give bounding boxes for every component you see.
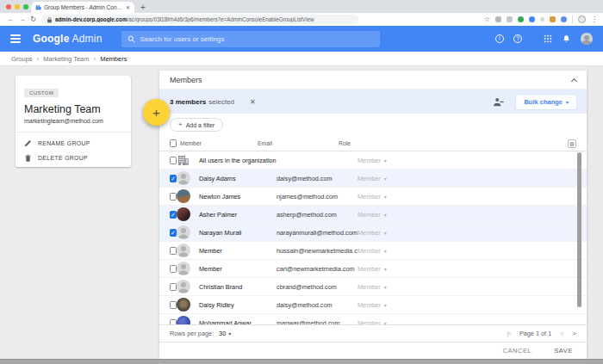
feedback-icon[interactable]: !: [495, 34, 504, 43]
bookmark-star-icon[interactable]: ☆: [484, 15, 490, 23]
reload-icon[interactable]: ↻: [28, 15, 39, 23]
table-row[interactable]: ✓ Daisy Adams daisy@method.com Member ▾: [159, 170, 587, 188]
rows-per-page-label: Rows per page:: [170, 330, 214, 337]
member-role-dropdown[interactable]: Member ▾: [357, 247, 587, 255]
member-role-dropdown[interactable]: Member ▾: [357, 265, 587, 273]
app-bar-icons: ! ?: [495, 33, 593, 45]
table-row[interactable]: Member carl@newmarketmedia.com Member ▾: [159, 260, 587, 278]
rename-group-button[interactable]: RENAME GROUP: [24, 139, 122, 147]
delete-group-button[interactable]: DELETE GROUP: [24, 154, 122, 162]
previous-page-icon[interactable]: <: [560, 330, 563, 337]
table-row[interactable]: ✓ Asher Palmer asherp@method.com Member …: [159, 206, 587, 224]
remove-member-icon[interactable]: [493, 97, 504, 107]
row-checkbox[interactable]: ✓: [170, 211, 177, 219]
main-menu-icon[interactable]: [10, 34, 21, 43]
apps-grid-icon[interactable]: [544, 34, 552, 43]
member-name: Daisy Ridley: [199, 301, 277, 309]
member-role: Member: [357, 265, 381, 273]
account-avatar[interactable]: [581, 33, 593, 45]
rows-per-page-select[interactable]: 30 ▾: [219, 330, 231, 337]
member-role-dropdown[interactable]: Member ▾: [357, 283, 587, 291]
first-page-icon[interactable]: |<: [507, 330, 511, 337]
member-avatar: [177, 262, 190, 275]
column-role: Role: [339, 140, 587, 146]
manage-columns-gear-icon[interactable]: ⚙: [568, 139, 576, 148]
tab-close-icon[interactable]: ✕: [126, 5, 130, 10]
extension-icon-4[interactable]: [529, 16, 535, 22]
table-row[interactable]: ✓ Narayan Murali narayanmurali@method.co…: [159, 224, 587, 242]
table-header: Member Email Role ⚙: [159, 136, 587, 151]
select-all-checkbox[interactable]: [170, 139, 177, 147]
table-row[interactable]: Christian Brand cbrand@method.com Member…: [159, 278, 587, 296]
close-window-button[interactable]: [6, 4, 11, 9]
row-checkbox[interactable]: [170, 193, 177, 201]
column-member: Member: [180, 140, 258, 146]
extension-icon-3[interactable]: [518, 16, 524, 22]
row-checkbox[interactable]: [170, 157, 177, 164]
collapse-chevron-icon[interactable]: [571, 77, 577, 83]
extension-icon-7[interactable]: [561, 16, 567, 22]
breadcrumb-marketing-team[interactable]: Marketing Team: [43, 55, 89, 63]
admin-app-bar: GoogleAdmin Search for users or settings…: [0, 26, 603, 52]
member-email: narayanmurali@method.com: [277, 229, 357, 237]
zoom-window-button[interactable]: [23, 4, 28, 9]
member-role-dropdown[interactable]: Member ▾: [357, 229, 587, 237]
extension-icon-6[interactable]: [550, 16, 556, 22]
member-role-dropdown[interactable]: Member ▾: [357, 193, 587, 201]
add-filter-button[interactable]: + Add a filter: [170, 118, 223, 132]
table-row[interactable]: Newton James njames@method.com Member ▾: [159, 188, 587, 206]
browser-menu-icon[interactable]: ⋮: [591, 15, 598, 23]
forward-icon[interactable]: →: [16, 15, 28, 23]
table-row[interactable]: Daisy Ridley daisy@method.com Member ▾: [159, 296, 587, 314]
row-checkbox[interactable]: ✓: [170, 229, 177, 237]
page-scrollbar[interactable]: [587, 66, 603, 359]
toolbar-divider: [572, 15, 573, 23]
member-role-dropdown[interactable]: Member ▾: [357, 319, 587, 325]
member-role-dropdown[interactable]: Member ▾: [357, 301, 587, 309]
notifications-bell-icon[interactable]: [562, 34, 571, 44]
help-icon[interactable]: ?: [513, 34, 522, 43]
member-role-dropdown[interactable]: Member ▾: [357, 157, 587, 164]
row-checkbox[interactable]: [170, 283, 177, 291]
row-checkbox[interactable]: [170, 301, 177, 309]
bulk-change-button[interactable]: Bulk change ▾: [516, 95, 576, 109]
row-checkbox[interactable]: ✓: [170, 175, 177, 182]
extension-icon-5[interactable]: [540, 17, 544, 22]
table-row[interactable]: All users in the organization Member ▾: [159, 151, 587, 170]
horizontal-scrollbar[interactable]: [0, 359, 603, 364]
google-admin-logo[interactable]: GoogleAdmin: [33, 33, 103, 45]
save-button[interactable]: SAVE: [554, 347, 573, 355]
cancel-button[interactable]: CANCEL: [502, 347, 532, 355]
pagination: |< Page 1 of 1 < >: [507, 330, 576, 337]
person-icon: [177, 262, 190, 275]
back-icon[interactable]: ←: [5, 15, 16, 23]
panel-title: Members: [170, 76, 202, 84]
table-row[interactable]: Mohammad Anwar manwar@method.com Member …: [159, 314, 587, 324]
address-bar[interactable]: admin-dev.corp.google.com/ac/groups/03l1…: [41, 15, 358, 24]
add-member-fab[interactable]: +: [143, 99, 170, 126]
bulk-change-label: Bulk change: [524, 98, 563, 106]
member-role-dropdown[interactable]: Member ▾: [357, 175, 587, 182]
table-scrollbar[interactable]: [577, 152, 581, 307]
filter-row: + Add a filter: [159, 114, 587, 136]
breadcrumb-groups[interactable]: Groups: [11, 55, 33, 63]
member-role-dropdown[interactable]: Member ▾: [357, 211, 587, 219]
row-checkbox[interactable]: [170, 265, 177, 273]
new-tab-button[interactable]: +: [140, 2, 146, 13]
row-checkbox[interactable]: [170, 319, 177, 325]
window-controls[interactable]: [6, 4, 28, 9]
table-row[interactable]: Member hussain@newmarketmedia.com Member…: [159, 242, 587, 260]
extension-icon-1[interactable]: [495, 16, 501, 22]
clear-selection-icon[interactable]: ✕: [250, 98, 256, 106]
browser-profile-icon[interactable]: [578, 15, 586, 23]
browser-tab-strip: Group Members - Admin Console ✕ +: [0, 0, 603, 13]
row-checkbox[interactable]: [170, 247, 177, 255]
next-page-icon[interactable]: >: [573, 330, 576, 337]
extension-icon-2[interactable]: [507, 16, 513, 22]
admin-search-input[interactable]: Search for users or settings: [121, 31, 380, 47]
minimize-window-button[interactable]: [15, 4, 20, 9]
member-avatar: [177, 280, 190, 293]
browser-tab[interactable]: Group Members - Admin Console ✕: [31, 2, 134, 13]
plus-icon: +: [178, 121, 183, 128]
group-info-card: CUSTOM Marketing Team marketingteam@meth…: [16, 76, 131, 167]
